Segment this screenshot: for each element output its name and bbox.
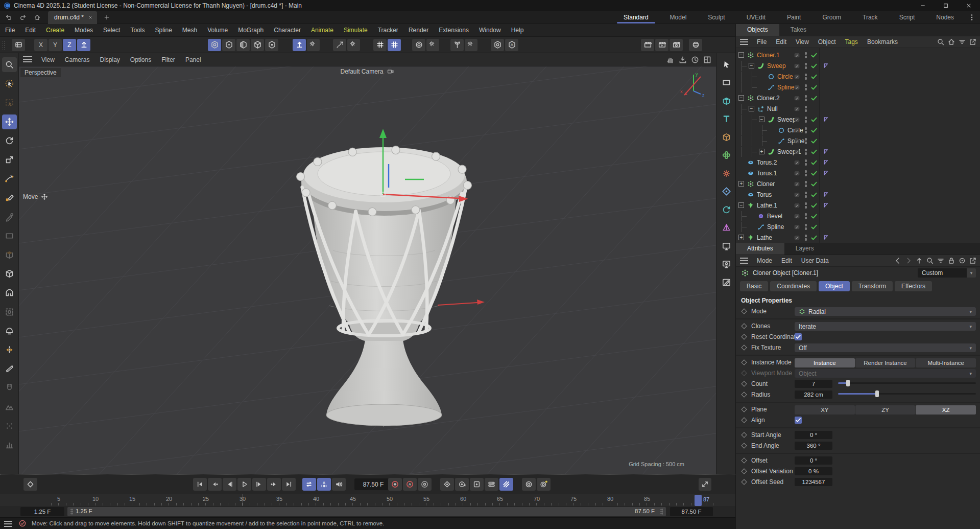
- filter-icon[interactable]: [937, 257, 945, 265]
- property-value-field[interactable]: 0 °: [795, 456, 832, 465]
- sketch-tool[interactable]: [2, 190, 17, 205]
- rotate-tool[interactable]: [2, 133, 17, 148]
- range-start-grip[interactable]: [70, 509, 73, 515]
- visibility-dots[interactable]: [804, 62, 807, 70]
- chart-tool[interactable]: [2, 438, 17, 452]
- visibility-dots[interactable]: [804, 73, 807, 80]
- simulation-settings[interactable]: [465, 39, 477, 51]
- layout-tab-script[interactable]: Script: [889, 11, 926, 24]
- phong-tag-icon[interactable]: [823, 170, 829, 176]
- layer-toggle-icon[interactable]: [793, 52, 801, 58]
- tree-row-torus[interactable]: Torus: [736, 190, 980, 200]
- tree-row-torus-2[interactable]: Torus.2: [736, 157, 980, 168]
- property-checkbox[interactable]: [795, 417, 802, 424]
- play-button[interactable]: [237, 478, 251, 491]
- property-dropdown[interactable]: Iterate▾: [795, 322, 976, 331]
- tree-expander[interactable]: −: [749, 106, 754, 111]
- visibility-dots[interactable]: [804, 202, 807, 209]
- phong-tag-icon[interactable]: [823, 159, 829, 166]
- menu-tools[interactable]: Tools: [125, 27, 150, 34]
- redo-button[interactable]: [17, 12, 29, 22]
- deformer-object-tool[interactable]: [719, 166, 734, 180]
- autokeying-button[interactable]: A: [403, 478, 417, 491]
- maximize-button[interactable]: [934, 0, 957, 11]
- snap-settings[interactable]: [347, 39, 360, 51]
- quantize-enabled[interactable]: [388, 39, 401, 51]
- layout-tab-track[interactable]: Track: [852, 11, 889, 24]
- viewport-menu-options[interactable]: Options: [125, 56, 156, 63]
- layer-toggle-icon[interactable]: [793, 202, 801, 209]
- viewport-canvas[interactable]: Perspective Default Camera Move Grid Spa…: [19, 66, 716, 474]
- spline-pen-tool[interactable]: [2, 171, 17, 186]
- layer-toggle-icon[interactable]: [793, 74, 801, 80]
- text-object-tool[interactable]: [719, 112, 734, 126]
- visibility-dots[interactable]: [804, 95, 807, 102]
- status-menu-icon[interactable]: [4, 520, 13, 527]
- visibility-dots[interactable]: [804, 223, 807, 231]
- enabled-check-icon[interactable]: [810, 52, 818, 59]
- knife-tool[interactable]: [2, 361, 17, 376]
- menu-volume[interactable]: Volume: [202, 27, 233, 34]
- rotation-object-tool[interactable]: [719, 202, 734, 217]
- visibility-dots[interactable]: [804, 105, 807, 112]
- menu-spline[interactable]: Spline: [150, 27, 177, 34]
- property-value-field[interactable]: 1234567: [795, 478, 832, 486]
- world-coordinates[interactable]: [77, 39, 90, 51]
- play-mode-button[interactable]: [302, 478, 316, 491]
- annotate-tool[interactable]: [719, 275, 734, 289]
- workplane-mode[interactable]: [265, 39, 278, 51]
- layer-toggle-icon[interactable]: [793, 127, 801, 133]
- viewport-menu-view[interactable]: View: [36, 56, 60, 63]
- layout-tab-groom[interactable]: Groom: [811, 11, 852, 24]
- menu-character[interactable]: Character: [269, 27, 306, 34]
- objects-menu-file[interactable]: File: [752, 38, 771, 45]
- pyramid-object-tool[interactable]: [719, 221, 734, 235]
- menu-select[interactable]: Select: [98, 27, 125, 34]
- layer-toggle-icon[interactable]: [793, 95, 801, 101]
- tree-row-null[interactable]: −Null: [736, 104, 980, 114]
- menu-edit[interactable]: Edit: [20, 27, 41, 34]
- enabled-check-icon[interactable]: [810, 223, 818, 231]
- phong-tag-icon[interactable]: [823, 148, 829, 155]
- property-value-field[interactable]: 360 °: [795, 442, 832, 450]
- document-tab[interactable]: drum.c4d *: [48, 11, 97, 24]
- dock-view-icon[interactable]: [678, 55, 687, 64]
- property-value-field[interactable]: 0 °: [795, 431, 832, 439]
- layout-tab-model[interactable]: Model: [659, 11, 698, 24]
- layer-toggle-icon[interactable]: [793, 117, 801, 123]
- menu-animate[interactable]: Animate: [306, 27, 339, 34]
- objects-menu-edit[interactable]: Edit: [771, 38, 791, 45]
- pan-view-icon[interactable]: [666, 55, 675, 64]
- model-mode[interactable]: [222, 39, 235, 51]
- attr-tab-basic[interactable]: Basic: [740, 281, 768, 291]
- minimize-button[interactable]: [911, 0, 934, 11]
- tree-row-cloner-2[interactable]: −Cloner.2: [736, 93, 980, 103]
- volume-object-tool[interactable]: [719, 185, 734, 199]
- menu-window[interactable]: Window: [474, 27, 506, 34]
- visibility-dots[interactable]: [804, 213, 807, 220]
- objects-menu-bookmarks[interactable]: Bookmarks: [863, 38, 902, 45]
- phong-tag-icon[interactable]: [823, 191, 829, 198]
- property-value-field[interactable]: 7: [795, 380, 832, 388]
- tree-row-sweep[interactable]: −Sweep: [736, 61, 980, 71]
- objects-menu-tags[interactable]: Tags: [841, 38, 863, 45]
- group-tool[interactable]: [2, 305, 17, 319]
- go-to-end-button[interactable]: [282, 478, 296, 491]
- forward-icon[interactable]: [904, 257, 913, 265]
- layout-tab-paint[interactable]: Paint: [776, 11, 811, 24]
- sculpt-tool[interactable]: [2, 324, 17, 338]
- new-tab-button[interactable]: [101, 12, 112, 22]
- tree-row-lathe[interactable]: +Lathe: [736, 233, 980, 243]
- layout-tab-nodes[interactable]: Nodes: [925, 11, 965, 24]
- render-settings-button[interactable]: [670, 39, 683, 51]
- enabled-check-icon[interactable]: [810, 84, 818, 91]
- target-icon[interactable]: [958, 257, 966, 265]
- attributes-menu-mode[interactable]: Mode: [752, 257, 777, 264]
- pen-cursor-tool[interactable]: [719, 57, 734, 72]
- viewport-menu-filter[interactable]: Filter: [156, 56, 180, 63]
- lock-x-axis[interactable]: X: [34, 39, 47, 51]
- menu-mograph[interactable]: MoGraph: [233, 27, 269, 34]
- key-filter-button[interactable]: [499, 478, 513, 491]
- close-tab-icon[interactable]: [88, 15, 93, 20]
- expand-timeline-button[interactable]: [699, 478, 711, 491]
